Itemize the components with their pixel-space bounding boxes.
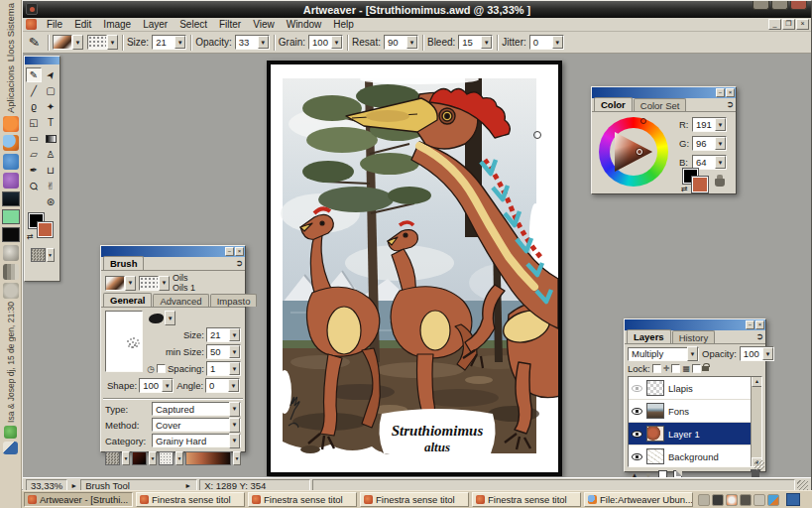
brush-size-combo[interactable]: 21▼	[206, 327, 241, 342]
dropdown-arrow-icon[interactable]: ▼	[229, 345, 240, 358]
color-picker-tool[interactable]: ✒	[26, 163, 42, 178]
panel-close-button[interactable]: ×	[726, 88, 735, 97]
layer-row-fons[interactable]: Fons	[629, 400, 761, 423]
spacing-checkbox[interactable]	[157, 364, 166, 373]
panel-close-button[interactable]: ×	[755, 320, 764, 329]
tray-window-icon[interactable]	[698, 494, 710, 506]
saturation-selector[interactable]	[637, 149, 642, 155]
spacing-combo[interactable]: 1▼	[206, 361, 241, 376]
color-ramp-preview[interactable]	[185, 451, 231, 465]
dropdown-arrow-icon[interactable]: ▼	[481, 36, 492, 49]
tip-shape-dropdown[interactable]: ▼	[149, 311, 241, 325]
tab-general[interactable]: General	[103, 293, 152, 307]
duplicate-layer-button[interactable]	[673, 470, 682, 477]
fill-tool[interactable]: ⊔	[43, 163, 58, 178]
panel-resize-grip[interactable]	[754, 460, 764, 470]
delete-layer-button[interactable]	[752, 471, 759, 478]
lasso-tool[interactable]: ϱ	[26, 99, 42, 114]
visibility-eye-icon[interactable]	[632, 453, 642, 460]
task-untitled-1[interactable]: Finestra sense titol	[136, 492, 245, 507]
dropdown-arrow-icon[interactable]: ▼	[149, 451, 157, 465]
background-color-swatch[interactable]	[692, 177, 708, 192]
tray-monitor-icon[interactable]	[712, 494, 724, 506]
scroll-up-icon[interactable]: ▲	[752, 376, 762, 387]
green-combo[interactable]: 96▼	[692, 136, 727, 151]
task-artweaver[interactable]: Artweaver - [Struthi...	[24, 492, 133, 507]
panel-minimize-button[interactable]: −	[746, 320, 754, 329]
new-layer-button[interactable]	[658, 470, 667, 477]
ubuntu-logo-icon[interactable]	[3, 116, 19, 132]
dropdown-arrow-icon[interactable]: ▼	[122, 451, 130, 465]
brush-tool[interactable]: ✎	[26, 67, 42, 82]
color-wheel[interactable]	[599, 117, 668, 187]
shape-combo[interactable]: 100▼	[139, 378, 174, 393]
hand-tool[interactable]: ✌	[43, 179, 58, 193]
tool-popup-arrow-icon[interactable]: ►	[183, 482, 192, 489]
min-size-combo[interactable]: 50▼	[206, 344, 241, 359]
network-applet-icon[interactable]	[3, 264, 19, 280]
move-tool[interactable]: ➤	[43, 67, 58, 82]
layer-thumbnail[interactable]	[646, 403, 664, 419]
crop-tool[interactable]: ◱	[26, 115, 42, 130]
dropdown-arrow-icon[interactable]: ▼	[175, 451, 183, 465]
document-close-button[interactable]: ×	[796, 19, 809, 30]
tab-advanced[interactable]: Advanced	[153, 294, 208, 307]
type-combo[interactable]: Captured▼	[152, 402, 241, 416]
dropdown-arrow-icon[interactable]: ▼	[159, 276, 170, 291]
pattern-swatch[interactable]	[31, 248, 46, 262]
dropdown-arrow-icon[interactable]: ▼	[406, 36, 417, 49]
panel-menu-sistema[interactable]: Sistema	[5, 3, 16, 37]
hue-selector[interactable]	[640, 118, 646, 124]
saturation-triangle[interactable]	[611, 129, 656, 175]
blue-combo[interactable]: 64▼	[692, 155, 727, 170]
mesh-tool[interactable]: ⊛	[43, 194, 58, 209]
tab-layers[interactable]: Layers	[627, 329, 671, 343]
brush-variant-dropdown[interactable]: ▼	[105, 276, 136, 291]
tab-brush[interactable]: Brush	[103, 256, 144, 270]
window-close-button[interactable]	[790, 1, 807, 10]
bluebird-app-icon[interactable]	[3, 154, 19, 170]
dropdown-arrow-icon[interactable]: ▼	[762, 347, 773, 360]
dropdown-arrow-icon[interactable]: ▼	[174, 36, 185, 49]
panel-menu-icon[interactable]: ➲	[726, 99, 734, 109]
brush-dab-dropdown[interactable]: ▼	[139, 276, 170, 291]
dropdown-arrow-icon[interactable]: ▼	[229, 362, 240, 375]
tray-preview-icon[interactable]	[767, 494, 779, 506]
dropdown-arrow-icon[interactable]: ▼	[258, 36, 269, 49]
dropdown-arrow-icon[interactable]: ▼	[107, 35, 118, 50]
layer-list-scrollbar[interactable]: ▲ ▼	[751, 376, 762, 467]
grain-combo[interactable]: 100▼	[308, 35, 343, 50]
task-untitled-4[interactable]: Finestra sense titol	[472, 492, 581, 507]
menu-file[interactable]: File	[41, 18, 68, 31]
zoom-popup-arrow-icon[interactable]: ►	[69, 482, 78, 489]
stamp-tool[interactable]: ♙	[43, 147, 58, 162]
firefox-icon[interactable]	[3, 135, 19, 151]
lock-position-checkbox[interactable]	[652, 364, 661, 373]
menu-image[interactable]: Image	[97, 18, 137, 31]
visibility-eye-icon[interactable]	[632, 385, 642, 392]
line-tool[interactable]: ╱	[26, 83, 42, 98]
red-combo[interactable]: 191▼	[692, 117, 727, 132]
menu-select[interactable]: Select	[174, 18, 213, 31]
volume-applet-icon[interactable]	[3, 245, 19, 261]
dropdown-arrow-icon[interactable]: ▼	[165, 311, 175, 325]
tray-update-icon[interactable]	[726, 494, 738, 506]
opacity-combo[interactable]: 33▼	[235, 35, 270, 50]
dropdown-arrow-icon[interactable]: ▼	[715, 118, 726, 131]
image-thumbnail-black[interactable]	[2, 227, 20, 242]
menu-window[interactable]: Window	[281, 18, 328, 31]
swap-colors-icon[interactable]: ⇄	[681, 185, 688, 193]
update-applet-icon[interactable]	[4, 426, 17, 439]
lock-transparency-checkbox[interactable]	[671, 364, 680, 373]
magic-wand-tool[interactable]: ✦	[43, 99, 58, 114]
dropdown-arrow-icon[interactable]: ▼	[233, 451, 241, 465]
angle-combo[interactable]: 0▼	[205, 378, 240, 393]
dropdown-arrow-icon[interactable]: ▼	[229, 402, 240, 417]
panel-close-button[interactable]: ×	[235, 247, 244, 256]
image-thumbnail-green[interactable]	[2, 209, 20, 224]
menu-edit[interactable]: Edit	[68, 18, 97, 31]
task-firefox[interactable]: File:Artweaver Ubun...	[584, 492, 693, 507]
dropdown-arrow-icon[interactable]: ▼	[552, 36, 563, 49]
tray-keyboard-icon[interactable]	[740, 494, 752, 506]
visibility-eye-icon[interactable]	[632, 408, 642, 415]
